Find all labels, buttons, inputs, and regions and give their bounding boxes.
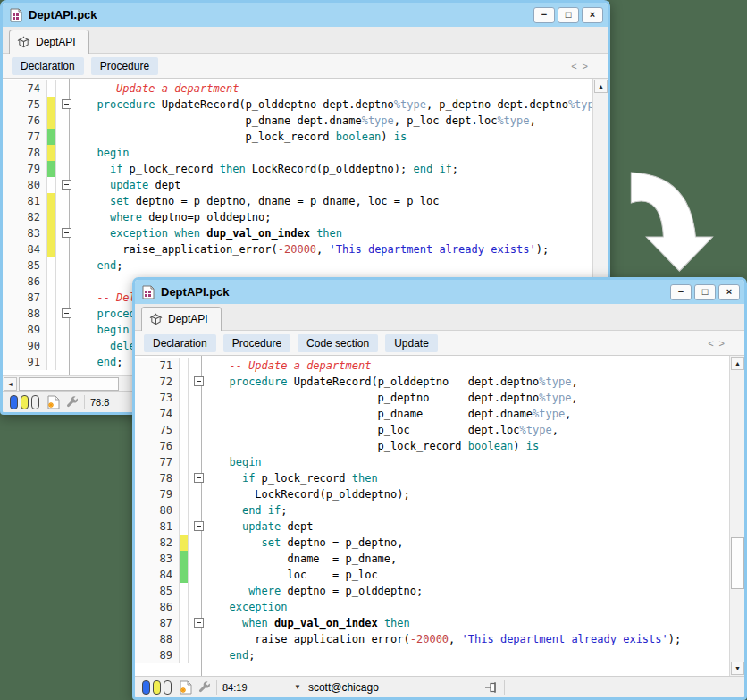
breadcrumb-button[interactable]: Update bbox=[385, 334, 438, 352]
code-text[interactable]: when dup_val_on_index then bbox=[209, 615, 729, 631]
front-window-titlebar[interactable]: DeptAPI.pck − □ × bbox=[135, 280, 744, 304]
code-text[interactable]: LockRecord(p_olddeptno); bbox=[209, 486, 729, 502]
code-text[interactable]: where deptno=p_olddeptno; bbox=[77, 209, 592, 225]
code-text[interactable]: exception bbox=[209, 599, 729, 615]
code-line[interactable]: 84 loc = p_loc bbox=[135, 567, 729, 583]
code-text[interactable]: loc = p_loc bbox=[209, 567, 729, 583]
code-line[interactable]: 84 raise_application_error(-20000, 'This… bbox=[3, 241, 592, 257]
code-text[interactable]: if p_lock_record then bbox=[209, 470, 729, 486]
code-text[interactable]: p_dname dept.dname%type, p_loc dept.loc%… bbox=[77, 113, 592, 129]
code-line[interactable]: 83 exception when dup_val_on_index then bbox=[3, 225, 592, 241]
code-text[interactable]: p_lock_record boolean) is bbox=[209, 438, 729, 454]
code-text[interactable]: end; bbox=[209, 647, 729, 663]
code-text[interactable]: raise_application_error(-20000, 'This de… bbox=[77, 241, 592, 257]
code-text[interactable]: -- Update a department bbox=[77, 80, 592, 97]
code-text[interactable]: exception when dup_val_on_index then bbox=[77, 225, 592, 241]
fold-toggle[interactable] bbox=[62, 308, 71, 318]
back-window-titlebar[interactable]: DeptAPI.pck − □ × bbox=[3, 3, 608, 27]
scroll-left-button[interactable]: ◄ bbox=[4, 377, 17, 391]
scroll-up-button[interactable]: ▲ bbox=[731, 357, 744, 370]
tab-deptapi[interactable]: DeptAPI bbox=[9, 30, 89, 54]
code-text[interactable]: set deptno = p_deptno, bbox=[209, 535, 729, 551]
code-line[interactable]: 78 if p_lock_record then bbox=[135, 470, 729, 486]
connection-selector[interactable]: ▼ scott@chicago bbox=[294, 681, 379, 694]
breadcrumb-nav[interactable]: <> bbox=[708, 338, 735, 349]
close-button[interactable]: × bbox=[582, 7, 603, 23]
fold-toggle[interactable] bbox=[194, 618, 204, 628]
code-text[interactable]: p_loc dept.loc%type, bbox=[209, 422, 729, 438]
code-text[interactable]: procedure UpdateRecord(p_olddeptno dept.… bbox=[77, 97, 592, 113]
tab-deptapi[interactable]: DeptAPI bbox=[141, 307, 222, 331]
code-line[interactable]: 76 p_dname dept.dname%type, p_loc dept.l… bbox=[3, 113, 592, 129]
maximize-button[interactable]: □ bbox=[694, 284, 716, 300]
scrollbar-thumb[interactable] bbox=[731, 537, 744, 589]
code-line[interactable]: 76 p_lock_record boolean) is bbox=[135, 438, 729, 454]
code-text[interactable]: p_lock_record boolean) is bbox=[77, 129, 592, 145]
code-line[interactable]: 80 update dept bbox=[3, 177, 592, 193]
fold-toggle[interactable] bbox=[194, 521, 204, 531]
code-line[interactable]: 85 where deptno = p_olddeptno; bbox=[135, 583, 729, 599]
fold-toggle[interactable] bbox=[194, 473, 204, 483]
scroll-up-button[interactable]: ▲ bbox=[594, 80, 608, 93]
breadcrumb-button[interactable]: Procedure bbox=[91, 57, 158, 75]
code-text[interactable]: if p_lock_record then LockRecord(p_oldde… bbox=[77, 161, 592, 177]
code-line[interactable]: 74 p_dname dept.dname%type, bbox=[135, 406, 729, 422]
code-line[interactable]: 87 when dup_val_on_index then bbox=[135, 615, 729, 631]
code-line[interactable]: 82 set deptno = p_deptno, bbox=[135, 535, 729, 551]
fold-toggle[interactable] bbox=[194, 376, 204, 386]
code-text[interactable]: end; bbox=[77, 257, 592, 274]
fold-toggle[interactable] bbox=[62, 228, 71, 238]
code-line[interactable]: 77 p_lock_record boolean) is bbox=[3, 129, 592, 145]
breadcrumb-button[interactable]: Code section bbox=[298, 334, 378, 352]
code-line[interactable]: 86 exception bbox=[135, 599, 729, 615]
breadcrumb-button[interactable]: Procedure bbox=[223, 334, 290, 352]
code-text[interactable]: -- Update a department bbox=[209, 358, 729, 374]
code-line[interactable]: 81 set deptno = p_deptno, dname = p_dnam… bbox=[3, 193, 592, 209]
code-line[interactable]: 71 -- Update a department bbox=[135, 358, 729, 374]
code-line[interactable]: 72 procedure UpdateRecord(p_olddeptno de… bbox=[135, 374, 729, 390]
code-text[interactable]: set deptno = p_deptno, dname = p_dname, … bbox=[77, 193, 592, 209]
code-text[interactable]: p_deptno dept.deptno%type, bbox=[209, 390, 729, 406]
line-number: 82 bbox=[3, 209, 47, 225]
code-line[interactable]: 83 dname = p_dname, bbox=[135, 551, 729, 567]
code-text[interactable]: where deptno = p_olddeptno; bbox=[209, 583, 729, 599]
breadcrumb-nav[interactable]: <> bbox=[571, 61, 599, 72]
breadcrumb-button[interactable]: Declaration bbox=[144, 334, 216, 352]
code-line[interactable]: 75 p_loc dept.loc%type, bbox=[135, 422, 729, 438]
code-text[interactable]: begin bbox=[77, 145, 592, 161]
maximize-button[interactable]: □ bbox=[558, 7, 579, 23]
code-line[interactable]: 81 update dept bbox=[135, 519, 729, 535]
code-text[interactable]: raise_application_error(-20000, 'This de… bbox=[209, 631, 729, 647]
code-text[interactable]: update dept bbox=[209, 519, 729, 535]
minimize-button[interactable]: − bbox=[670, 284, 692, 300]
code-line[interactable]: 79 if p_lock_record then LockRecord(p_ol… bbox=[3, 161, 592, 177]
minimize-button[interactable]: − bbox=[533, 7, 555, 23]
pin-icon[interactable] bbox=[484, 681, 499, 694]
scrollbar-thumb[interactable] bbox=[19, 377, 119, 391]
code-text[interactable]: begin bbox=[209, 454, 729, 470]
code-line[interactable]: 88 raise_application_error(-20000, 'This… bbox=[135, 631, 729, 647]
fold-toggle[interactable] bbox=[62, 180, 71, 190]
code-line[interactable]: 77 begin bbox=[135, 454, 729, 470]
code-text[interactable]: dname = p_dname, bbox=[209, 551, 729, 567]
code-line[interactable]: 89 end; bbox=[135, 647, 729, 663]
code-text[interactable]: update dept bbox=[77, 177, 592, 193]
desktop-background: DeptAPI.pck − □ × DeptAPI DeclarationPro… bbox=[0, 0, 747, 700]
front-code-area[interactable]: 71 -- Update a department72 procedure Up… bbox=[135, 355, 744, 676]
code-line[interactable]: 80 end if; bbox=[135, 502, 729, 519]
code-line[interactable]: 79 LockRecord(p_olddeptno); bbox=[135, 486, 729, 502]
code-line[interactable]: 82 where deptno=p_olddeptno; bbox=[3, 209, 592, 225]
vertical-scrollbar[interactable]: ▲ ▼ bbox=[729, 356, 744, 676]
code-text[interactable]: end if; bbox=[209, 502, 729, 519]
code-line[interactable]: 74 -- Update a department bbox=[3, 80, 592, 97]
close-button[interactable]: × bbox=[718, 284, 740, 300]
code-text[interactable]: procedure UpdateRecord(p_olddeptno dept.… bbox=[209, 374, 729, 390]
code-line[interactable]: 78 begin bbox=[3, 145, 592, 161]
code-line[interactable]: 75 procedure UpdateRecord(p_olddeptno de… bbox=[3, 97, 592, 113]
code-line[interactable]: 73 p_deptno dept.deptno%type, bbox=[135, 390, 729, 406]
breadcrumb-button[interactable]: Declaration bbox=[12, 57, 84, 75]
code-line[interactable]: 85 end; bbox=[3, 257, 592, 274]
scroll-down-button[interactable]: ▼ bbox=[731, 662, 744, 675]
code-text[interactable]: p_dname dept.dname%type, bbox=[209, 406, 729, 422]
fold-toggle[interactable] bbox=[62, 99, 71, 109]
